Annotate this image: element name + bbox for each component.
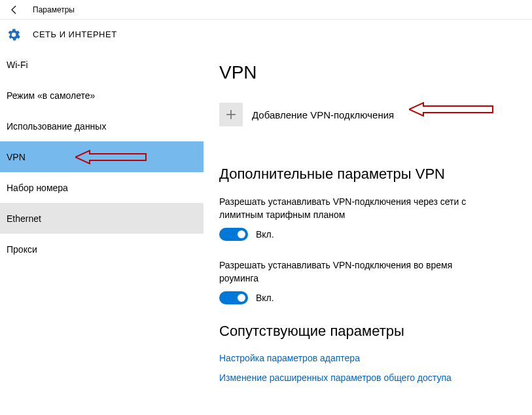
toggle-metered-label: Вкл.: [256, 229, 274, 240]
svg-marker-0: [75, 151, 146, 164]
setting-metered-desc: Разрешать устанавливать VPN-подключения …: [219, 196, 494, 221]
sidebar-item-label: Прокси: [7, 244, 37, 255]
sidebar-item-airplane[interactable]: Режим «в самолете»: [0, 80, 204, 111]
sidebar-item-dialup[interactable]: Набор номера: [0, 172, 204, 203]
window-title: Параметры: [33, 5, 75, 14]
toggle-row-metered: Вкл.: [219, 228, 516, 241]
sidebar-item-vpn[interactable]: VPN: [0, 141, 204, 172]
add-vpn-button[interactable]: Добавление VPN-подключения: [219, 103, 516, 126]
annotation-arrow: [409, 101, 494, 117]
header-title: СЕТЬ И ИНТЕРНЕТ: [33, 29, 117, 39]
sidebar-item-label: Режим «в самолете»: [7, 90, 95, 101]
sidebar-item-data-usage[interactable]: Использование данных: [0, 111, 204, 141]
link-adapter-settings[interactable]: Настройка параметров адаптера: [219, 353, 516, 363]
sidebar-item-label: VPN: [7, 152, 26, 162]
toggle-roaming-label: Вкл.: [256, 293, 274, 303]
sidebar-item-label: Набор номера: [7, 183, 68, 193]
add-vpn-label: Добавление VPN-подключения: [252, 109, 394, 120]
arrow-left-icon: [9, 5, 20, 15]
gear-icon: [7, 27, 21, 42]
page-title: VPN: [219, 62, 516, 83]
content: VPN Добавление VPN-подключения Дополните…: [204, 49, 532, 415]
toggle-row-roaming: Вкл.: [219, 291, 516, 304]
advanced-section-title: Дополнительные параметры VPN: [219, 166, 516, 183]
back-button[interactable]: [5, 1, 24, 19]
sidebar-item-label: Wi-Fi: [7, 60, 28, 70]
plus-icon: [219, 103, 243, 126]
sidebar-item-label: Использование данных: [7, 121, 106, 132]
related-section-title: Сопутствующие параметры: [219, 323, 516, 340]
sidebar: Wi-Fi Режим «в самолете» Использование д…: [0, 49, 204, 415]
sidebar-item-label: Ethernet: [7, 213, 41, 224]
titlebar: Параметры: [0, 0, 532, 20]
sidebar-item-ethernet[interactable]: Ethernet: [0, 203, 204, 234]
annotation-arrow: [75, 149, 147, 165]
toggle-roaming[interactable]: [219, 291, 248, 304]
link-sharing-settings[interactable]: Изменение расширенных параметров общего …: [219, 372, 516, 383]
sidebar-item-wifi[interactable]: Wi-Fi: [0, 49, 204, 80]
toggle-metered[interactable]: [219, 228, 248, 241]
svg-marker-1: [409, 103, 493, 116]
sidebar-item-proxy[interactable]: Прокси: [0, 234, 204, 264]
header: СЕТЬ И ИНТЕРНЕТ: [0, 20, 532, 49]
setting-roaming-desc: Разрешать устанавливать VPN-подключения …: [219, 259, 494, 285]
